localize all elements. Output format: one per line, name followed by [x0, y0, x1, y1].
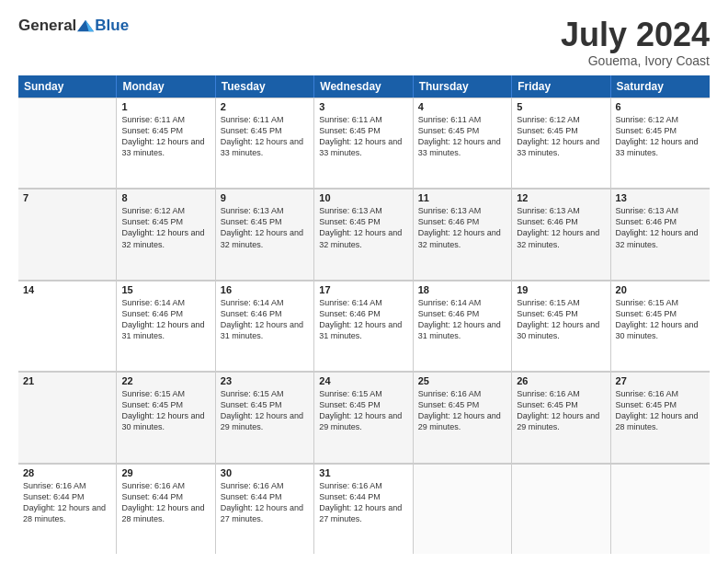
day-number: 26 — [517, 375, 605, 386]
cell-info: Sunrise: 6:15 AM Sunset: 6:45 PM Dayligh… — [517, 297, 605, 342]
day-number: 31 — [319, 467, 407, 478]
calendar-cell: 10Sunrise: 6:13 AM Sunset: 6:45 PM Dayli… — [314, 189, 413, 279]
cell-info: Sunrise: 6:11 AM Sunset: 6:45 PM Dayligh… — [121, 114, 210, 159]
cell-info: Sunrise: 6:15 AM Sunset: 6:45 PM Dayligh… — [221, 388, 309, 433]
cell-info: Sunrise: 6:12 AM Sunset: 6:45 PM Dayligh… — [616, 114, 705, 159]
day-number: 25 — [418, 375, 506, 386]
calendar-row-5: 28Sunrise: 6:16 AM Sunset: 6:44 PM Dayli… — [18, 464, 710, 554]
calendar-cell: 26Sunrise: 6:16 AM Sunset: 6:45 PM Dayli… — [512, 372, 610, 462]
day-number: 29 — [121, 467, 210, 478]
calendar-cell — [18, 98, 117, 188]
calendar-cell: 21 — [18, 372, 117, 462]
calendar-body: 1Sunrise: 6:11 AM Sunset: 6:45 PM Daylig… — [18, 98, 710, 554]
cell-info: Sunrise: 6:12 AM Sunset: 6:45 PM Dayligh… — [517, 114, 605, 159]
cell-info: Sunrise: 6:11 AM Sunset: 6:45 PM Dayligh… — [418, 114, 506, 159]
calendar-cell: 19Sunrise: 6:15 AM Sunset: 6:45 PM Dayli… — [512, 281, 610, 371]
day-number: 16 — [221, 284, 309, 295]
cell-info: Sunrise: 6:15 AM Sunset: 6:45 PM Dayligh… — [616, 297, 705, 342]
calendar: Sunday Monday Tuesday Wednesday Thursday… — [18, 75, 710, 554]
day-number: 6 — [616, 101, 705, 112]
calendar-cell: 29Sunrise: 6:16 AM Sunset: 6:44 PM Dayli… — [117, 464, 215, 554]
location: Gouema, Ivory Coast — [561, 53, 710, 68]
calendar-header: Sunday Monday Tuesday Wednesday Thursday… — [18, 75, 710, 98]
calendar-cell: 31Sunrise: 6:16 AM Sunset: 6:44 PM Dayli… — [314, 464, 413, 554]
month-title: July 2024 — [561, 17, 710, 53]
cell-info: Sunrise: 6:13 AM Sunset: 6:46 PM Dayligh… — [418, 205, 506, 250]
calendar-cell: 17Sunrise: 6:14 AM Sunset: 6:46 PM Dayli… — [314, 281, 413, 371]
calendar-cell: 6Sunrise: 6:12 AM Sunset: 6:45 PM Daylig… — [611, 98, 710, 188]
page: General Blue July 2024 Gouema, Ivory Coa… — [0, 0, 728, 563]
calendar-cell: 4Sunrise: 6:11 AM Sunset: 6:45 PM Daylig… — [414, 98, 512, 188]
calendar-cell: 24Sunrise: 6:15 AM Sunset: 6:45 PM Dayli… — [314, 372, 413, 462]
header-sunday: Sunday — [18, 75, 117, 98]
calendar-cell: 20Sunrise: 6:15 AM Sunset: 6:45 PM Dayli… — [611, 281, 710, 371]
header-saturday: Saturday — [611, 75, 710, 98]
cell-info: Sunrise: 6:14 AM Sunset: 6:46 PM Dayligh… — [319, 297, 407, 342]
calendar-cell: 8Sunrise: 6:12 AM Sunset: 6:45 PM Daylig… — [117, 189, 215, 279]
calendar-cell: 14 — [18, 281, 117, 371]
header: General Blue July 2024 Gouema, Ivory Coa… — [18, 17, 710, 68]
day-number: 1 — [121, 101, 210, 112]
calendar-cell — [414, 464, 512, 554]
header-tuesday: Tuesday — [216, 75, 314, 98]
cell-info: Sunrise: 6:16 AM Sunset: 6:44 PM Dayligh… — [23, 480, 111, 525]
header-friday: Friday — [512, 75, 610, 98]
day-number: 17 — [319, 284, 407, 295]
header-wednesday: Wednesday — [314, 75, 413, 98]
cell-info: Sunrise: 6:11 AM Sunset: 6:45 PM Dayligh… — [221, 114, 309, 159]
cell-info: Sunrise: 6:14 AM Sunset: 6:46 PM Dayligh… — [221, 297, 309, 342]
calendar-row-3: 1415Sunrise: 6:14 AM Sunset: 6:46 PM Day… — [18, 281, 710, 372]
cell-info: Sunrise: 6:13 AM Sunset: 6:46 PM Dayligh… — [616, 205, 705, 250]
cell-info: Sunrise: 6:14 AM Sunset: 6:46 PM Dayligh… — [121, 297, 210, 342]
cell-info: Sunrise: 6:16 AM Sunset: 6:44 PM Dayligh… — [221, 480, 309, 525]
logo: General Blue — [18, 17, 129, 35]
logo-general: General — [18, 17, 76, 35]
calendar-cell: 13Sunrise: 6:13 AM Sunset: 6:46 PM Dayli… — [611, 189, 710, 279]
header-thursday: Thursday — [414, 75, 512, 98]
calendar-cell: 1Sunrise: 6:11 AM Sunset: 6:45 PM Daylig… — [117, 98, 215, 188]
cell-info: Sunrise: 6:16 AM Sunset: 6:45 PM Dayligh… — [517, 388, 605, 433]
cell-info: Sunrise: 6:13 AM Sunset: 6:46 PM Dayligh… — [517, 205, 605, 250]
day-number: 5 — [517, 101, 605, 112]
day-number: 7 — [23, 192, 111, 203]
cell-info: Sunrise: 6:13 AM Sunset: 6:45 PM Dayligh… — [221, 205, 309, 250]
day-number: 8 — [121, 192, 210, 203]
day-number: 3 — [319, 101, 407, 112]
calendar-row-1: 1Sunrise: 6:11 AM Sunset: 6:45 PM Daylig… — [18, 98, 710, 189]
calendar-cell: 3Sunrise: 6:11 AM Sunset: 6:45 PM Daylig… — [314, 98, 413, 188]
calendar-row-4: 2122Sunrise: 6:15 AM Sunset: 6:45 PM Day… — [18, 372, 710, 463]
calendar-cell: 16Sunrise: 6:14 AM Sunset: 6:46 PM Dayli… — [216, 281, 314, 371]
day-number: 18 — [418, 284, 506, 295]
calendar-cell: 9Sunrise: 6:13 AM Sunset: 6:45 PM Daylig… — [216, 189, 314, 279]
cell-info: Sunrise: 6:11 AM Sunset: 6:45 PM Dayligh… — [319, 114, 407, 159]
day-number: 10 — [319, 192, 407, 203]
cell-info: Sunrise: 6:16 AM Sunset: 6:44 PM Dayligh… — [319, 480, 407, 525]
cell-info: Sunrise: 6:14 AM Sunset: 6:46 PM Dayligh… — [418, 297, 506, 342]
day-number: 24 — [319, 375, 407, 386]
calendar-cell — [611, 464, 710, 554]
cell-info: Sunrise: 6:12 AM Sunset: 6:45 PM Dayligh… — [121, 205, 210, 250]
day-number: 9 — [221, 192, 309, 203]
cell-info: Sunrise: 6:16 AM Sunset: 6:45 PM Dayligh… — [616, 388, 705, 433]
calendar-cell: 5Sunrise: 6:12 AM Sunset: 6:45 PM Daylig… — [512, 98, 610, 188]
calendar-cell: 12Sunrise: 6:13 AM Sunset: 6:46 PM Dayli… — [512, 189, 610, 279]
day-number: 23 — [221, 375, 309, 386]
calendar-cell: 27Sunrise: 6:16 AM Sunset: 6:45 PM Dayli… — [611, 372, 710, 462]
calendar-cell: 22Sunrise: 6:15 AM Sunset: 6:45 PM Dayli… — [117, 372, 215, 462]
day-number: 15 — [121, 284, 210, 295]
day-number: 27 — [616, 375, 705, 386]
calendar-cell: 2Sunrise: 6:11 AM Sunset: 6:45 PM Daylig… — [216, 98, 314, 188]
header-monday: Monday — [117, 75, 215, 98]
day-number: 4 — [418, 101, 506, 112]
cell-info: Sunrise: 6:16 AM Sunset: 6:45 PM Dayligh… — [418, 388, 506, 433]
title-area: July 2024 Gouema, Ivory Coast — [561, 17, 710, 68]
calendar-cell: 28Sunrise: 6:16 AM Sunset: 6:44 PM Dayli… — [18, 464, 117, 554]
logo-blue: Blue — [95, 17, 129, 35]
cell-info: Sunrise: 6:15 AM Sunset: 6:45 PM Dayligh… — [121, 388, 210, 433]
cell-info: Sunrise: 6:16 AM Sunset: 6:44 PM Dayligh… — [121, 480, 210, 525]
day-number: 22 — [121, 375, 210, 386]
day-number: 12 — [517, 192, 605, 203]
day-number: 2 — [221, 101, 309, 112]
calendar-cell: 30Sunrise: 6:16 AM Sunset: 6:44 PM Dayli… — [216, 464, 314, 554]
cell-info: Sunrise: 6:13 AM Sunset: 6:45 PM Dayligh… — [319, 205, 407, 250]
